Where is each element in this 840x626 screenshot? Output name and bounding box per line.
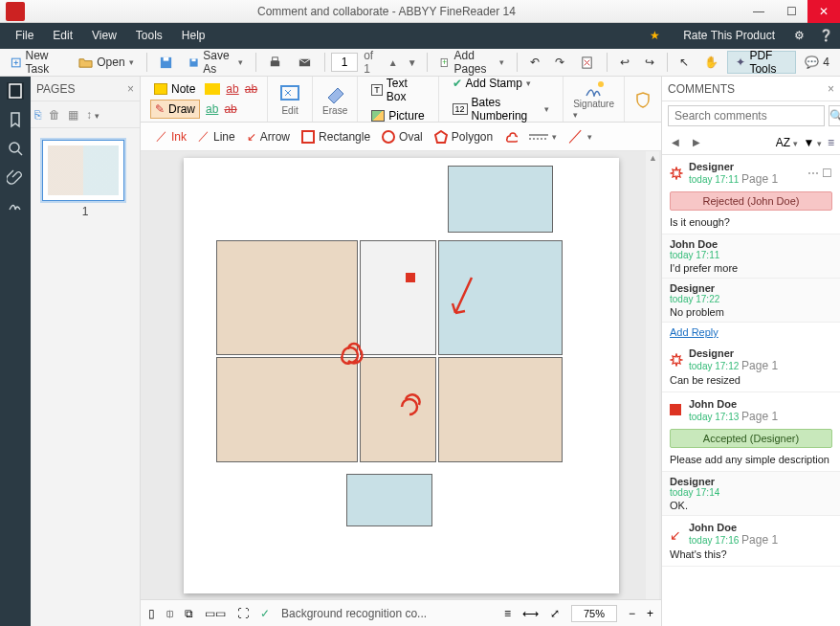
- picture-tool[interactable]: Picture: [367, 107, 428, 124]
- vertical-scrollbar[interactable]: ▲: [646, 151, 659, 599]
- page-down-button[interactable]: ▼: [404, 57, 421, 68]
- edit-icon[interactable]: [277, 82, 302, 103]
- open-button[interactable]: Open: [72, 51, 140, 74]
- delete-page-button[interactable]: [573, 51, 601, 74]
- pages-panel: PAGES × ⎘ 🗑 ▦ ↕ 1: [31, 77, 141, 626]
- zoom-input[interactable]: [571, 605, 617, 622]
- save-as-button[interactable]: Save As: [182, 51, 249, 74]
- search-tab-icon[interactable]: [7, 140, 24, 157]
- view-facing-icon[interactable]: ⧉: [185, 607, 193, 620]
- page-sort-icon[interactable]: ↕: [86, 108, 99, 122]
- annotation-arrow[interactable]: [448, 273, 476, 321]
- zoom-out-button[interactable]: −: [629, 607, 635, 620]
- underline-tool[interactable]: ab: [226, 82, 238, 96]
- comment-reply[interactable]: John Doe today 17:11 I'd prefer more: [662, 235, 840, 279]
- annotation-scribble[interactable]: [335, 336, 373, 374]
- replace-text-tool[interactable]: ab: [224, 102, 236, 116]
- rate-link[interactable]: Rate This Product: [674, 23, 785, 49]
- pointer-tool[interactable]: ↖: [673, 51, 696, 74]
- view-single-icon[interactable]: ▯: [148, 607, 155, 620]
- pages-tab-icon[interactable]: [7, 82, 24, 100]
- page-thumbnail[interactable]: [42, 140, 124, 201]
- add-page-icon[interactable]: ⎘: [34, 108, 41, 122]
- rotate-left-button[interactable]: ↶: [523, 51, 546, 74]
- pages-panel-close[interactable]: ×: [127, 82, 134, 96]
- search-comments-input[interactable]: [668, 105, 825, 126]
- rotate-right-button[interactable]: ↷: [548, 51, 571, 74]
- add-stamp-tool[interactable]: ✔Add Stamp: [449, 77, 535, 92]
- insert-text-tool[interactable]: ab: [206, 102, 218, 116]
- expand-button[interactable]: ≡: [828, 136, 834, 149]
- strikeout-tool[interactable]: ab: [245, 82, 257, 96]
- menu-help[interactable]: Help: [172, 23, 215, 49]
- oval-tool[interactable]: Oval: [382, 130, 423, 144]
- cloud-tool[interactable]: [504, 130, 518, 144]
- line-tool[interactable]: ／Line: [198, 128, 235, 145]
- close-button[interactable]: ✕: [807, 0, 840, 23]
- view-full-icon[interactable]: ⛶: [237, 607, 249, 620]
- print-button[interactable]: [261, 51, 289, 74]
- minimize-button[interactable]: —: [742, 0, 775, 23]
- annotations-count[interactable]: 💬4: [798, 51, 836, 74]
- menu-file[interactable]: File: [6, 23, 43, 49]
- shield-icon[interactable]: [634, 91, 652, 108]
- bookmarks-tab-icon[interactable]: [7, 111, 24, 128]
- add-pages-button[interactable]: +Add Pages: [432, 51, 511, 74]
- note-tool[interactable]: Note: [150, 80, 199, 98]
- ink-tool[interactable]: ／Ink: [156, 128, 187, 145]
- search-icon[interactable]: 🔍: [829, 105, 840, 126]
- stroke-style[interactable]: [529, 132, 557, 142]
- erase-icon[interactable]: [322, 82, 347, 103]
- signature-icon[interactable]: [582, 78, 607, 97]
- menu-tools[interactable]: Tools: [126, 23, 172, 49]
- new-task-button[interactable]: New Task: [4, 51, 70, 74]
- page-number-input[interactable]: [331, 53, 358, 72]
- fit-page-icon[interactable]: ⟷: [522, 607, 539, 620]
- document-canvas[interactable]: ▲: [141, 151, 661, 599]
- view-continuous-icon[interactable]: ⎅: [166, 607, 173, 620]
- draw-tool[interactable]: ✎Draw: [150, 100, 200, 119]
- signatures-tab-icon[interactable]: [7, 197, 24, 214]
- menu-edit[interactable]: Edit: [43, 23, 82, 49]
- comment-reply[interactable]: Designer today 17:22 No problem: [662, 279, 840, 323]
- comments-panel-close[interactable]: ×: [828, 82, 834, 96]
- comment-item[interactable]: ↙ John Doe today 17:16 Page 1 What's thi…: [662, 516, 840, 567]
- email-button[interactable]: [291, 51, 319, 74]
- settings-icon[interactable]: ⚙: [785, 23, 809, 49]
- comment-item[interactable]: John Doe today 17:13 Page 1 Accepted (De…: [662, 392, 840, 472]
- pdf-tools-button[interactable]: ✦PDF Tools: [727, 51, 796, 74]
- comment-item[interactable]: Designer today 17:12 Page 1 Can be resiz…: [662, 342, 840, 392]
- next-comment-button[interactable]: ▶: [689, 137, 704, 147]
- stroke-color[interactable]: ／: [568, 126, 592, 146]
- help-icon[interactable]: ❔: [809, 23, 834, 49]
- view-cover-icon[interactable]: ▭▭: [205, 607, 226, 620]
- hand-tool[interactable]: ✋: [697, 51, 725, 74]
- annotation-rect[interactable]: [406, 273, 415, 282]
- filter-button[interactable]: ▼: [804, 136, 822, 149]
- sort-button[interactable]: AZ: [776, 136, 798, 149]
- redo-button[interactable]: ↪: [638, 51, 661, 74]
- save-button[interactable]: [152, 51, 180, 74]
- page-layout-icon[interactable]: ▦: [68, 108, 78, 122]
- highlight-tool[interactable]: [205, 83, 220, 95]
- delete-page-icon[interactable]: 🗑: [49, 108, 60, 122]
- polygon-tool[interactable]: Polygon: [434, 130, 493, 144]
- fit-width-icon[interactable]: ≡: [504, 607, 511, 620]
- annotation-scribble[interactable]: [392, 388, 431, 426]
- comment-item[interactable]: Designer today 17:11 Page 1 ⋯ ☐ Rejected…: [662, 155, 840, 235]
- undo-button[interactable]: ↩: [613, 51, 636, 74]
- bates-numbering-tool[interactable]: 12Bates Numbering: [449, 94, 554, 124]
- zoom-in-button[interactable]: +: [647, 607, 653, 620]
- comment-reply[interactable]: Designer today 17:14 OK.: [662, 472, 840, 516]
- add-reply-link[interactable]: Add Reply: [662, 323, 840, 342]
- textbox-tool[interactable]: TText Box: [367, 77, 428, 105]
- attachments-tab-icon[interactable]: [7, 168, 24, 186]
- maximize-button[interactable]: ☐: [775, 0, 807, 23]
- page-up-button[interactable]: ▲: [385, 57, 402, 68]
- arrow-tool[interactable]: ↙Arrow: [247, 130, 290, 144]
- menu-view[interactable]: View: [82, 23, 126, 49]
- actual-size-icon[interactable]: ⤢: [550, 607, 560, 620]
- rectangle-tool[interactable]: Rectangle: [301, 130, 370, 144]
- comment-menu-icon[interactable]: ⋯ ☐: [807, 167, 832, 180]
- prev-comment-button[interactable]: ◀: [668, 137, 683, 147]
